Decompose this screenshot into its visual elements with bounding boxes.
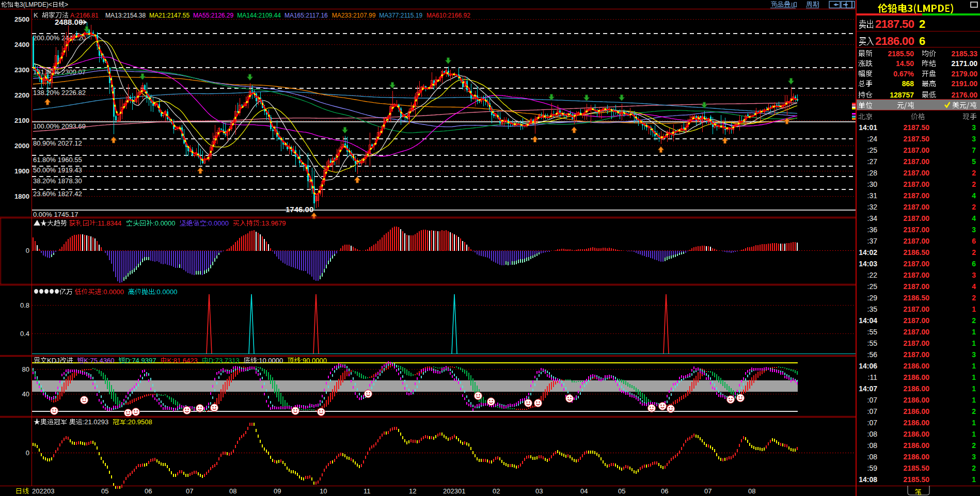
svg-text:0.67%: 0.67% (893, 70, 914, 78)
svg-text::0.0000: :0.0000 (102, 288, 124, 296)
svg-text:23.60% 1827.42: 23.60% 1827.42 (33, 190, 82, 198)
svg-text::25: :25 (867, 282, 878, 291)
svg-text:4: 4 (972, 282, 976, 291)
svg-text:80: 80 (22, 365, 29, 373)
svg-text:2: 2 (972, 203, 976, 211)
svg-text::07: :07 (867, 419, 878, 427)
svg-text:3: 3 (972, 123, 976, 132)
svg-text::10.0000: :10.0000 (257, 357, 283, 364)
svg-text:K:75.4360: K:75.4360 (84, 357, 114, 364)
svg-text:2186.00: 2186.00 (903, 373, 929, 381)
svg-text:1: 1 (972, 339, 976, 347)
svg-text:2500: 2500 (14, 15, 29, 23)
svg-text::0.0000: :0.0000 (155, 288, 177, 296)
svg-text:100.00% 2093.69: 100.00% 2093.69 (33, 122, 86, 130)
svg-text:2187.00: 2187.00 (903, 226, 929, 234)
svg-text:0: 0 (26, 247, 29, 254)
svg-text::22: :22 (867, 271, 878, 279)
svg-text::32: :32 (867, 203, 878, 211)
svg-text:06: 06 (145, 487, 152, 495)
svg-text::36: :36 (867, 226, 878, 234)
svg-text::0.0000: :0.0000 (153, 219, 175, 227)
svg-text:202301: 202301 (443, 487, 465, 495)
svg-text:2: 2 (972, 180, 976, 188)
svg-text::07: :07 (867, 407, 878, 415)
svg-text:38.20% 1878.30: 38.20% 1878.30 (33, 177, 82, 185)
svg-text:2187.00: 2187.00 (903, 191, 929, 200)
svg-text:2191.00: 2191.00 (951, 79, 977, 88)
svg-text:K:81.6423: K:81.6423 (167, 357, 197, 364)
svg-text::27: :27 (867, 157, 878, 166)
svg-text:14:01: 14:01 (859, 123, 877, 132)
svg-text:05: 05 (618, 487, 625, 495)
svg-text:40: 40 (22, 390, 29, 398)
svg-text:2187.00: 2187.00 (903, 157, 929, 166)
svg-text:06: 06 (661, 487, 668, 495)
svg-text:MA21:2147.55: MA21:2147.55 (149, 12, 189, 19)
svg-text:14:07: 14:07 (859, 385, 877, 393)
svg-text:1: 1 (972, 373, 976, 381)
svg-text:2: 2 (919, 18, 925, 30)
svg-text:14:03: 14:03 (859, 260, 877, 268)
svg-text:2187.00: 2187.00 (903, 146, 929, 154)
svg-text:2187.00: 2187.00 (903, 339, 929, 347)
svg-text:2187.00: 2187.00 (903, 237, 929, 245)
svg-text:1: 1 (972, 362, 976, 370)
svg-text::07: :07 (867, 396, 878, 404)
svg-text:MA144:2109.44: MA144:2109.44 (237, 12, 281, 19)
svg-text:K: K (34, 11, 38, 19)
svg-text:5: 5 (972, 157, 976, 166)
svg-text:D:74.9397: D:74.9397 (125, 357, 156, 364)
svg-text:2186.00: 2186.00 (903, 385, 929, 393)
svg-text:2: 2 (972, 316, 976, 325)
svg-text:2186.00: 2186.00 (903, 441, 929, 450)
svg-text:138.20% 2226.82: 138.20% 2226.82 (33, 89, 86, 97)
svg-text::08: :08 (867, 430, 878, 438)
svg-text:14:04: 14:04 (859, 316, 877, 325)
svg-text:868: 868 (902, 79, 914, 88)
svg-text:2185.50: 2185.50 (903, 475, 929, 484)
svg-text:MA610:2166.92: MA610:2166.92 (426, 12, 470, 19)
svg-text:3: 3 (972, 226, 976, 234)
svg-text:6: 6 (972, 237, 976, 245)
svg-text:1: 1 (972, 385, 976, 393)
svg-text:3: 3 (972, 453, 976, 461)
svg-text:03: 03 (535, 487, 543, 495)
svg-text:2186.50: 2186.50 (903, 248, 929, 257)
svg-text:KDJ: KDJ (47, 357, 60, 364)
svg-text:1: 1 (972, 328, 976, 336)
svg-text:2: 2 (972, 169, 976, 177)
svg-text:14.50: 14.50 (896, 59, 914, 68)
svg-text:14:08: 14:08 (859, 475, 877, 484)
svg-text:2: 2 (972, 407, 976, 415)
svg-text::55: :55 (867, 339, 878, 347)
svg-text:4: 4 (972, 214, 976, 222)
svg-text:1: 1 (972, 419, 976, 427)
svg-text:3(LMPDE)<: 3(LMPDE)< (20, 1, 52, 8)
svg-text::29: :29 (867, 294, 878, 302)
svg-text:2186.50: 2186.50 (903, 294, 929, 302)
svg-text:2300: 2300 (14, 66, 29, 74)
svg-text:07: 07 (186, 487, 193, 495)
svg-text:2187.00: 2187.00 (903, 260, 929, 268)
svg-text:128757: 128757 (890, 91, 914, 99)
svg-text:2186.00: 2186.00 (903, 430, 929, 438)
svg-text:2200: 2200 (14, 91, 29, 99)
svg-text:1746.00: 1746.00 (286, 205, 313, 214)
svg-text:4: 4 (972, 191, 976, 200)
svg-text::11: :11 (868, 373, 878, 381)
svg-text:1900: 1900 (14, 167, 29, 175)
svg-text:3: 3 (972, 135, 976, 143)
svg-text:2186.00: 2186.00 (875, 35, 914, 47)
svg-text:2: 2 (972, 294, 976, 302)
svg-text:2186.00: 2186.00 (903, 453, 929, 461)
svg-text:2187.00: 2187.00 (903, 350, 929, 359)
svg-text:MA377:2115.19: MA377:2115.19 (379, 12, 422, 19)
svg-text:2186.00: 2186.00 (903, 362, 929, 370)
svg-text:MA55:2126.29: MA55:2126.29 (193, 12, 233, 19)
svg-text:2171.00: 2171.00 (951, 59, 977, 68)
svg-text:2187.50: 2187.50 (903, 135, 929, 143)
svg-text:0: 0 (26, 449, 29, 457)
svg-text:2187.00: 2187.00 (903, 305, 929, 313)
svg-text:2187.00: 2187.00 (903, 271, 929, 279)
